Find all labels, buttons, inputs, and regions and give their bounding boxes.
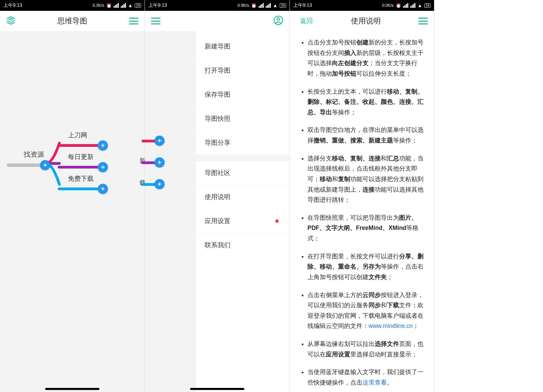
- title-bar: 返回 使用说明: [290, 11, 434, 31]
- add-branch-button[interactable]: +: [154, 136, 165, 146]
- menu-open[interactable]: 打开导图: [196, 59, 289, 83]
- menu-save[interactable]: 保存导图: [196, 83, 289, 107]
- mindmap-canvas[interactable]: 找资源 + 上刀网 + 每日更新 + 免费下载 +: [0, 31, 145, 392]
- alarm-icon: ⏰: [106, 3, 112, 8]
- help-item: 点击分支加号按钮创建新的分支，长按加号按钮在分支间插入新的层级，长按根支主干可以…: [307, 37, 426, 79]
- battery-icon: 24: [280, 3, 286, 8]
- signal-icon: [403, 3, 408, 8]
- help-item: 长按分支上的文本，可以进行移动、复制、删除、标记、备注、收起、颜色、连接、汇总、…: [307, 86, 426, 118]
- layers-icon[interactable]: [6, 16, 16, 26]
- menu-icon[interactable]: [129, 18, 138, 24]
- wifi-icon: ▲: [273, 3, 278, 8]
- menu-new[interactable]: 新建导图: [196, 35, 289, 59]
- branch-node[interactable]: 上刀网 +: [58, 140, 108, 151]
- help-item: 当使用蓝牙键盘输入文字时，我们提供了一些快捷键操作，点击这里查看。: [307, 367, 426, 388]
- menu-icon[interactable]: [418, 18, 428, 24]
- add-branch-button[interactable]: +: [154, 179, 165, 189]
- status-bar: 上午9:13 0.3K/s ⏰ ▲ 24: [0, 0, 145, 11]
- page-title: 使用说明: [313, 16, 418, 26]
- help-item: 点击右侧菜单上方的云同步按钮进入登录，可以使用我们的云服务同步和下载文件；欢迎登…: [307, 290, 426, 332]
- alarm-icon: ⏰: [251, 3, 257, 8]
- menu-settings-label: 应用设置: [205, 217, 230, 224]
- signal-icon: [410, 3, 415, 8]
- clock: 上午9:13: [293, 2, 312, 8]
- root-node[interactable]: 找资源 +: [7, 160, 50, 170]
- net-speed: 0.3K/s: [93, 3, 104, 8]
- side-menu: 新建导图 打开导图 保存导图 导图快照 导图分享 导图社区 使用说明 应用设置 …: [196, 31, 289, 392]
- menu-contact[interactable]: 联系我们: [196, 233, 289, 257]
- user-icon[interactable]: [273, 15, 283, 27]
- add-branch-button[interactable]: +: [98, 162, 108, 172]
- home-indicator: [190, 388, 244, 390]
- menu-community[interactable]: 导图社区: [196, 161, 289, 185]
- status-bar: 上午9:13 0.9K/s ⏰ ▲ 24: [145, 0, 289, 11]
- battery-icon: 24: [424, 3, 431, 8]
- branch-node[interactable]: 每日更新 +: [58, 162, 108, 172]
- net-speed: 0.0K/s: [382, 3, 394, 8]
- alarm-icon: ⏰: [396, 3, 401, 8]
- branch-label: 免费下载: [68, 174, 94, 183]
- clock: 上午9:13: [148, 2, 167, 8]
- add-branch-button[interactable]: +: [40, 160, 50, 170]
- shortcuts-link[interactable]: 这里查看: [362, 379, 387, 386]
- help-item: 在打开导图里，长按文件可以进行分享、删除、移动、重命名、另存为等操作，点击右上角…: [307, 251, 426, 282]
- branch-label: 每日更新: [68, 153, 94, 161]
- help-item: 从屏幕边缘右划可以拉出选择文件页面，也可以在应用设置里选择启动时直接显示；: [307, 339, 426, 359]
- title-bar: [145, 11, 289, 31]
- website-link[interactable]: www.mindline.cn: [369, 322, 413, 329]
- mindmap-canvas: + 新 + 载 + 新建导图 打开导图 保存导图 导图快照 导图分享 导图社区 …: [145, 31, 289, 392]
- help-item: 在导图快照里，可以把导图导出为图片、PDF、文字大纲、FreeMind、XMin…: [307, 213, 426, 244]
- page-title: 思维导图: [16, 16, 129, 26]
- branch-label: 上刀网: [68, 131, 87, 140]
- branch-node[interactable]: 免费下载 +: [58, 184, 108, 194]
- menu-settings[interactable]: 应用设置: [196, 209, 289, 233]
- wifi-icon: ▲: [128, 3, 133, 8]
- menu-help[interactable]: 使用说明: [196, 185, 289, 209]
- help-item: 双击导图空白地方，在弹出的菜单中可以选择撤销、重做、搜索、新建主题等操作；: [307, 125, 426, 145]
- add-branch-button[interactable]: +: [98, 184, 108, 194]
- add-branch-button[interactable]: +: [154, 157, 165, 168]
- wifi-icon: ▲: [417, 3, 422, 8]
- signal-icon: [259, 3, 264, 8]
- help-item: 选择分支移动、复制、连接和汇总功能，当出现选择线框后，点击线框外其他分支即可；移…: [307, 153, 426, 205]
- menu-snapshot[interactable]: 导图快照: [196, 107, 289, 131]
- home-indicator: [45, 388, 99, 390]
- title-bar: 思维导图: [0, 11, 145, 31]
- clock: 上午9:13: [3, 2, 22, 8]
- help-content: 点击分支加号按钮创建新的分支，长按加号按钮在分支间插入新的层级，长按根支主干可以…: [290, 31, 434, 392]
- root-label: 找资源: [24, 150, 44, 159]
- add-branch-button[interactable]: +: [98, 140, 108, 151]
- svg-point-2: [277, 18, 280, 21]
- battery-icon: 24: [135, 3, 141, 8]
- back-button[interactable]: 返回: [300, 17, 313, 25]
- notification-dot: [275, 219, 279, 223]
- menu-icon[interactable]: [151, 18, 161, 24]
- signal-icon: [114, 3, 119, 8]
- svg-marker-0: [7, 16, 15, 20]
- status-bar: 上午9:13 0.0K/s ⏰ ▲ 24: [290, 0, 434, 11]
- signal-icon: [121, 3, 126, 8]
- signal-icon: [266, 3, 271, 8]
- menu-share[interactable]: 导图分享: [196, 131, 289, 155]
- net-speed: 0.9K/s: [238, 3, 249, 8]
